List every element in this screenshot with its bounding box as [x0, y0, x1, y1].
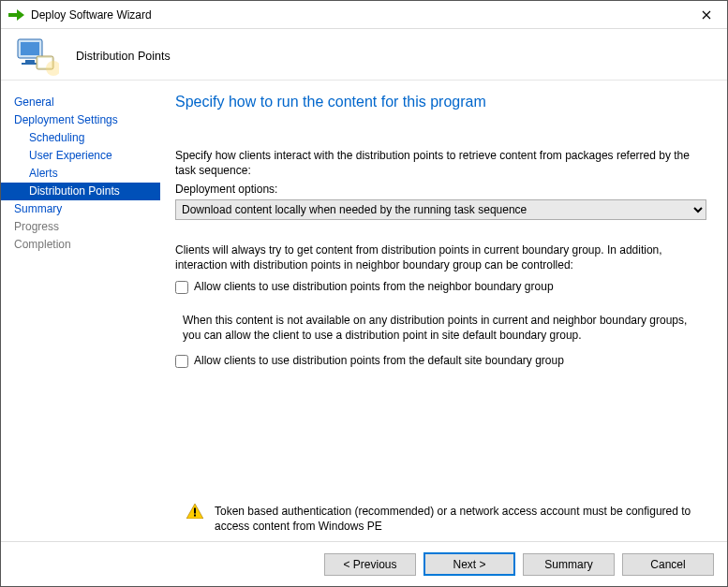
neighbor-boundary-checkbox-label: Allow clients to use distribution points… — [194, 280, 554, 293]
fallback-text: When this content is not available on an… — [183, 313, 706, 343]
warning-icon — [186, 504, 203, 521]
header-band: Distribution Points — [1, 29, 727, 81]
sidebar-item-user-experience[interactable]: User Experience — [1, 147, 160, 165]
close-icon — [702, 10, 711, 20]
summary-button[interactable]: Summary — [523, 553, 615, 576]
svg-rect-7 — [194, 507, 196, 513]
sidebar-item-alerts[interactable]: Alerts — [1, 165, 160, 183]
neighbor-boundary-checkbox-row[interactable]: Allow clients to use distribution points… — [175, 280, 706, 294]
boundary-group-text: Clients will always try to get content f… — [175, 242, 706, 272]
default-boundary-checkbox-label: Allow clients to use distribution points… — [194, 354, 564, 367]
close-button[interactable] — [685, 1, 727, 28]
sidebar-item-completion: Completion — [1, 236, 160, 254]
next-button[interactable]: Next > — [423, 552, 515, 576]
svg-rect-1 — [21, 42, 39, 55]
content-heading: Specify how to run the content for this … — [175, 94, 706, 110]
titlebar: Deploy Software Wizard — [1, 1, 727, 29]
page-title: Distribution Points — [76, 50, 171, 63]
sidebar-item-general[interactable]: General — [1, 94, 160, 111]
svg-rect-3 — [22, 63, 38, 65]
deployment-options-select[interactable]: Download content locally when needed by … — [175, 199, 706, 220]
wizard-arrow-icon — [8, 8, 25, 22]
wizard-computer-icon — [14, 36, 59, 77]
intro-text: Specify how clients interact with the di… — [175, 148, 706, 178]
svg-rect-2 — [25, 60, 35, 63]
sidebar-item-summary[interactable]: Summary — [1, 200, 160, 218]
warning-row: Token based authentication (recommended)… — [186, 504, 706, 534]
neighbor-boundary-checkbox[interactable] — [175, 281, 188, 294]
sidebar-item-scheduling[interactable]: Scheduling — [1, 129, 160, 147]
warning-text: Token based authentication (recommended)… — [215, 504, 706, 534]
default-boundary-checkbox-row[interactable]: Allow clients to use distribution points… — [175, 354, 706, 368]
previous-button[interactable]: < Previous — [324, 553, 416, 576]
content-area: Specify how to run the content for this … — [160, 81, 727, 541]
wizard-sidebar: GeneralDeployment SettingsSchedulingUser… — [1, 81, 160, 541]
sidebar-item-deployment-settings[interactable]: Deployment Settings — [1, 111, 160, 129]
cancel-button[interactable]: Cancel — [622, 553, 714, 576]
main-area: GeneralDeployment SettingsSchedulingUser… — [1, 81, 727, 541]
default-boundary-checkbox[interactable] — [175, 355, 188, 368]
window-title: Deploy Software Wizard — [31, 8, 152, 22]
footer: < Previous Next > Summary Cancel — [1, 541, 727, 586]
deployment-options-label: Deployment options: — [175, 182, 706, 197]
svg-rect-8 — [194, 514, 196, 516]
sidebar-item-progress: Progress — [1, 218, 160, 236]
sidebar-item-distribution-points[interactable]: Distribution Points — [1, 183, 160, 200]
